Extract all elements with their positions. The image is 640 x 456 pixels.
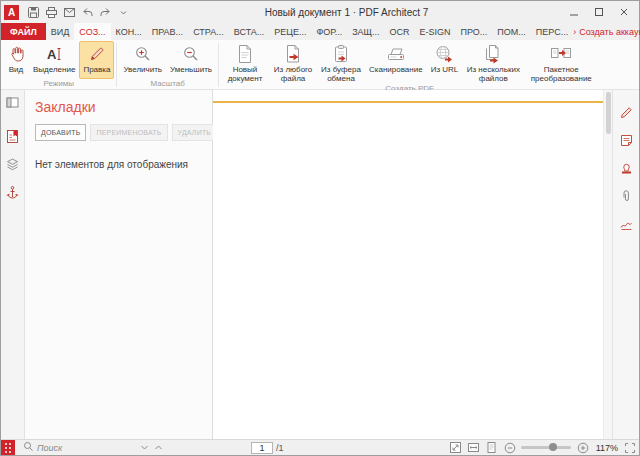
new-document-button[interactable]: Новый документ (221, 41, 269, 84)
pen-icon[interactable] (617, 103, 635, 121)
status-bar: Поиск 1 /1 117% (1, 439, 639, 455)
zoom-out-button[interactable] (503, 441, 516, 454)
ribbon-separator (116, 43, 117, 87)
zoom-value: 117% (594, 443, 618, 453)
tab-personalize[interactable]: ПЕРС... (531, 23, 573, 40)
bookmarks-icon[interactable] (4, 127, 22, 145)
zoom-controls: 117% (449, 441, 639, 454)
fit-width-icon[interactable] (467, 441, 480, 454)
print-icon[interactable] (43, 4, 59, 20)
tab-forms[interactable]: ФОР... (312, 23, 348, 40)
chevron-right-icon: › (573, 27, 576, 37)
tab-vid[interactable]: ВИД (46, 23, 75, 40)
search-box[interactable]: Поиск (23, 441, 62, 454)
document-top-line (213, 101, 603, 103)
anchor-icon[interactable] (4, 183, 22, 201)
add-bookmark-button[interactable]: ДОБАВИТЬ (35, 124, 86, 141)
search-navigation (138, 442, 164, 454)
ribbon: Вид A Выделение Правка Режимы Увеличить (1, 40, 639, 90)
quick-access-menu-icon[interactable] (115, 4, 131, 20)
search-icon (23, 441, 34, 454)
from-file-label: Из любого файла (273, 65, 313, 83)
redo-icon[interactable] (97, 4, 113, 20)
zoom-in-label: Увеличить (123, 65, 162, 74)
select-mode-button[interactable]: A Выделение (29, 41, 79, 79)
tab-edit[interactable]: ПРАВ... (147, 23, 188, 40)
tab-help[interactable]: ПОМ... (492, 23, 530, 40)
view-mode-button[interactable]: Вид (3, 41, 29, 79)
tab-esign[interactable]: E-SIGN (415, 23, 456, 40)
document-area[interactable] (213, 90, 603, 439)
maximize-button[interactable] (587, 3, 611, 21)
signature-icon[interactable] (617, 215, 635, 233)
ribbon-group-zoom: Увеличить Уменьшить Масштаб (119, 41, 216, 89)
empty-message: Нет элементов для отображения (35, 159, 202, 170)
quick-access-toolbar (25, 4, 131, 20)
from-file-button[interactable]: Из любого файла (269, 41, 317, 84)
edit-mode-label: Правка (83, 65, 110, 74)
tab-review[interactable]: РЕЦЕ... (269, 23, 311, 40)
rename-bookmark-button[interactable]: ПЕРЕИМЕНОВАТЬ (90, 124, 167, 141)
search-previous-icon[interactable] (152, 442, 164, 454)
email-icon[interactable] (61, 4, 77, 20)
tab-file[interactable]: ФАЙЛ (1, 23, 46, 40)
zoom-out-ribbon-button[interactable]: Уменьшить (166, 41, 216, 79)
account-link-label: Создать аккаунт / Войти (579, 27, 640, 37)
titlebar: A Новый документ 1 · PDF Architect 7 (1, 1, 639, 23)
fit-page-icon[interactable] (449, 441, 462, 454)
app-logo: A (4, 5, 19, 20)
minimize-button[interactable] (562, 3, 586, 21)
collapse-panel-icon[interactable] (4, 93, 22, 111)
new-document-label: Новый документ (225, 65, 265, 83)
tab-create[interactable]: СОЗ... (74, 23, 110, 40)
zoom-in-ribbon-button[interactable]: Увеличить (119, 41, 166, 79)
hand-icon (7, 44, 25, 64)
tab-pro[interactable]: ПРО... (456, 23, 493, 40)
save-icon[interactable] (25, 4, 41, 20)
zoom-out-icon (182, 44, 200, 64)
page-view-mode-icon[interactable] (485, 441, 498, 454)
ribbon-group-modes: Вид A Выделение Правка Режимы (3, 41, 114, 89)
close-button[interactable] (612, 3, 636, 21)
panel-grip[interactable] (1, 440, 15, 455)
delete-bookmark-button[interactable]: УДАЛИТЬ (172, 124, 218, 141)
paperclip-icon[interactable] (617, 187, 635, 205)
from-clipboard-button[interactable]: Из буфера обмена (317, 41, 365, 84)
account-link[interactable]: › Создать аккаунт / Войти (573, 23, 640, 40)
page-total-label: /1 (276, 443, 284, 453)
zoom-in-button[interactable] (576, 441, 589, 454)
tab-convert[interactable]: КОН... (111, 23, 147, 40)
scan-label: Сканирование (369, 65, 423, 74)
app-window: A Новый документ 1 · PDF Architect 7 ФАЙ… (0, 0, 640, 456)
scrollbar-thumb[interactable] (606, 92, 611, 134)
zoom-slider-thumb[interactable] (549, 443, 557, 451)
vertical-scrollbar[interactable] (603, 90, 612, 439)
page-number-input[interactable]: 1 (251, 442, 273, 454)
from-multiple-files-button[interactable]: Из нескольких файлов (462, 41, 524, 84)
tab-insert[interactable]: ВСТА... (229, 23, 270, 40)
batch-convert-button[interactable]: Пакетное преобразование (524, 41, 598, 84)
tab-secure[interactable]: ЗАЩ... (347, 23, 384, 40)
window-controls (562, 3, 636, 21)
undo-icon[interactable] (79, 4, 95, 20)
stamp-icon[interactable] (617, 159, 635, 177)
zoom-slider[interactable] (521, 446, 571, 449)
from-url-icon (434, 44, 454, 64)
batch-convert-label: Пакетное преобразование (528, 65, 594, 83)
scan-button[interactable]: Сканирование (365, 41, 427, 84)
from-clipboard-icon (331, 44, 351, 64)
zoom-in-icon (134, 44, 152, 64)
search-next-icon[interactable] (138, 442, 150, 454)
search-placeholder: Поиск (37, 443, 62, 453)
from-multiple-files-label: Из нескольких файлов (466, 65, 520, 83)
edit-mode-button[interactable]: Правка (79, 41, 114, 79)
view-mode-label: Вид (9, 65, 23, 74)
ribbon-separator (218, 43, 219, 87)
tab-ocr[interactable]: OCR (385, 23, 415, 40)
bookmarks-panel-buttons: ДОБАВИТЬ ПЕРЕИМЕНОВАТЬ УДАЛИТЬ (35, 124, 202, 141)
note-icon[interactable] (617, 131, 635, 149)
from-url-button[interactable]: Из URL (427, 41, 463, 84)
fullscreen-icon[interactable] (623, 441, 636, 454)
tab-pages[interactable]: СТРА... (188, 23, 229, 40)
layers-icon[interactable] (4, 155, 22, 173)
